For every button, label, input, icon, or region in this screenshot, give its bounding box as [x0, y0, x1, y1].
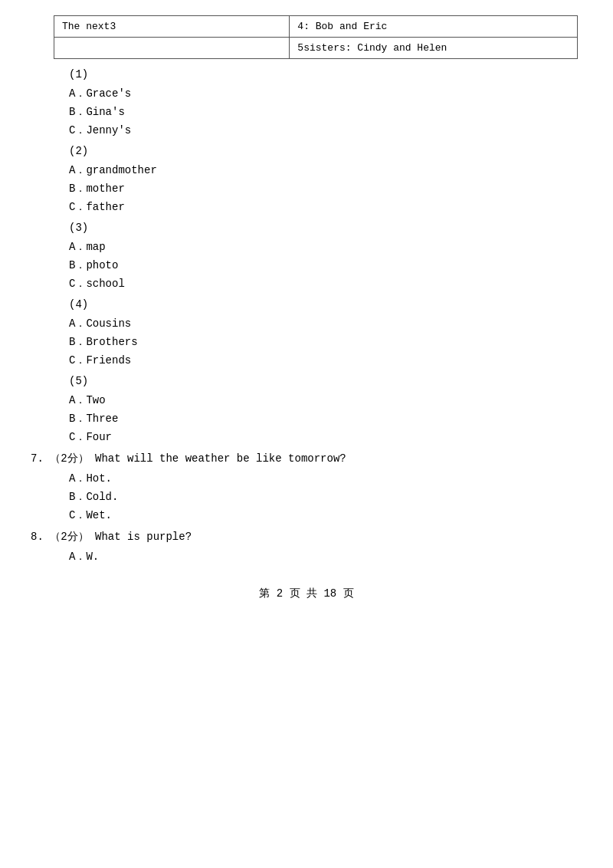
question-1-number: (1) [69, 68, 582, 81]
question-2-number: (2) [69, 145, 582, 157]
q7-option-c: C．Wet. [69, 508, 582, 522]
question-7-number: 7. [31, 452, 44, 465]
table-row: 5sisters: Cindy and Helen [54, 38, 578, 59]
question-8-text: 8. （2分） What is purple? [31, 530, 582, 544]
q7-option-a: A．Hot. [69, 472, 582, 485]
q4-option-c: C．Friends [69, 353, 582, 367]
q5-option-c: C．Four [69, 430, 582, 444]
q2-option-b: B．mother [69, 182, 582, 196]
q3-option-c: C．school [69, 277, 582, 291]
table-cell-1-2: 4: Bob and Eric [290, 16, 578, 38]
question-8-body: What is purple? [95, 531, 192, 543]
q2-option-a: A．grandmother [69, 163, 582, 177]
q8-option-a: A．W. [69, 550, 582, 564]
q2-option-c: C．father [69, 200, 582, 214]
q3-option-b: B．photo [69, 258, 582, 272]
table-cell-2-2: 5sisters: Cindy and Helen [290, 38, 578, 59]
q4-option-b: B．Brothers [69, 335, 582, 349]
q1-option-b: B．Gina's [69, 105, 582, 119]
question-5-number: (5) [69, 375, 582, 387]
question-7-text: 7. （2分） What will the weather be like to… [31, 452, 582, 465]
table-cell-1-1: The next3 [54, 16, 290, 38]
table-section: The next3 4: Bob and Eric 5sisters: Cind… [31, 15, 582, 59]
q4-option-a: A．Cousins [69, 317, 582, 330]
q5-option-b: B．Three [69, 412, 582, 426]
q3-option-a: A．map [69, 240, 582, 254]
page-footer: 第 2 页 共 18 页 [31, 587, 582, 600]
question-8-score: （2分） [50, 531, 88, 543]
question-3-number: (3) [69, 222, 582, 234]
q5-option-a: A．Two [69, 393, 582, 407]
table-cell-2-1 [54, 38, 290, 59]
question-7-body: What will the weather be like tomorrow? [95, 452, 346, 465]
q1-option-c: C．Jenny's [69, 123, 582, 137]
q7-option-b: B．Cold. [69, 490, 582, 504]
info-table: The next3 4: Bob and Eric 5sisters: Cind… [54, 15, 578, 59]
q1-option-a: A．Grace's [69, 87, 582, 100]
question-4-number: (4) [69, 298, 582, 311]
question-8-number: 8. [31, 531, 44, 543]
table-row: The next3 4: Bob and Eric [54, 16, 578, 38]
question-7-score: （2分） [50, 452, 88, 465]
